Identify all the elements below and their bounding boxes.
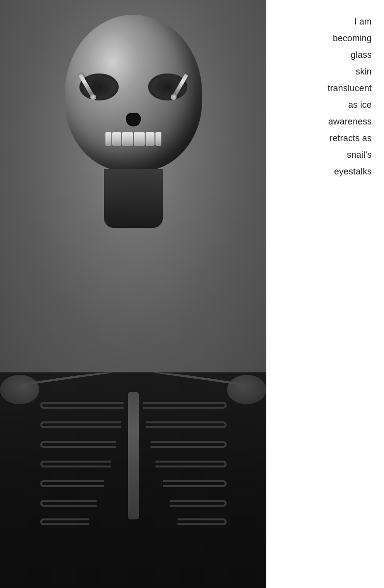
rib-left [40,518,89,525]
rib-pair-6 [40,500,227,514]
rib-left [40,500,97,507]
poem-section: I am becoming glass skin translucent as … [266,0,384,588]
artwork-image [0,0,266,588]
rib-right [178,518,227,525]
poem-line-7: awareness [328,117,372,126]
jaw-area [89,132,178,172]
rib-right [163,480,227,487]
rib-left [40,421,121,428]
rib-pair-2 [40,421,227,436]
ribcage [0,372,266,588]
tooth [105,132,111,146]
rib-right [155,461,227,467]
shoulder-right [227,375,266,404]
skull-face [70,59,197,176]
poem-line-8: retracts as [330,134,372,143]
tooth [146,132,154,146]
rib-right [146,421,227,428]
poem-line-1: I am [354,17,372,26]
spike-right [171,74,188,99]
rib-right [170,500,227,507]
rib-left [40,441,116,448]
poem-line-3: glass [351,50,372,59]
tooth [134,132,145,146]
eye-socket-left [79,74,119,100]
tooth [122,132,133,146]
shoulder-left [0,375,39,404]
eye-socket-right [148,74,187,100]
rib-pair-1 [40,402,227,416]
rib-left [40,480,104,487]
tooth [112,132,121,146]
rib-pair-5 [40,480,227,495]
rib-left [40,461,111,467]
rib-right [143,402,227,409]
rib-pair-4 [40,461,227,475]
poem-line-4: skin [356,67,372,76]
rib-left [40,402,124,409]
poem-line-10: eyestalks [334,167,372,176]
rib-right [151,441,227,448]
rib-pair-3 [40,441,227,456]
spike-left [78,74,95,99]
tooth [155,132,161,146]
poem-line-2: becoming [333,34,372,43]
nose-cavity [126,113,141,126]
poem-line-9: snail's [347,150,372,159]
rib-pair-7 [40,518,227,533]
poem-line-5: translucent [328,84,372,93]
poem-line-6: as ice [348,100,372,109]
upper-teeth [89,132,178,146]
neck [104,169,163,228]
